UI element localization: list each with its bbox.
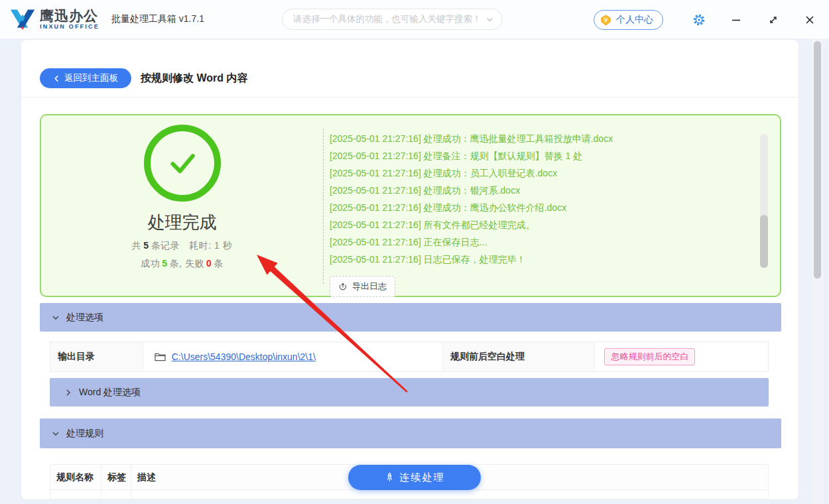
account-center-label: 个人中心	[616, 14, 653, 26]
options-row: 输出目录 C:\Users\54390\Desktop\inxun\2\1\ 规…	[50, 342, 769, 372]
chevron-down-icon	[52, 314, 60, 322]
back-to-dashboard-button[interactable]: 返回到主面板	[40, 68, 131, 88]
divider	[21, 97, 798, 97]
fail-count: 0	[204, 258, 214, 269]
whitespace-badge[interactable]: 忽略规则前后的空白	[604, 348, 695, 365]
vip-badge-icon: V	[600, 14, 612, 27]
log-line: [2025-05-01 21:27:16] 所有文件都已经处理完成。	[330, 216, 733, 233]
whitespace-option-label: 规则前后空白处理	[443, 342, 596, 371]
output-dir-value: C:\Users\54390\Desktop\inxun\2\1\	[143, 342, 443, 371]
export-log-label: 导出日志	[352, 281, 387, 292]
col-tag: 标签	[101, 465, 131, 489]
result-summary: 处理完成 共5条记录耗时: 1 秒 成功5条, 失败0条	[41, 115, 323, 296]
rules-table-row	[50, 490, 768, 499]
continue-process-label: 连续处理	[400, 472, 445, 484]
brand-name-en: INXUN OFFICE	[40, 24, 99, 30]
app-title-version: 批量处理工具箱 v1.7.1	[111, 13, 204, 25]
col-rule-name: 规则名称	[50, 465, 101, 489]
whitespace-option-value: 忽略规则前后的空白	[595, 342, 768, 371]
log-line: [2025-05-01 21:27:16] 处理成功：鹰迅办公软件介绍.docx	[330, 199, 733, 216]
success-check-icon	[144, 125, 221, 202]
elapsed-seconds: 1	[214, 240, 220, 251]
result-panel: 处理完成 共5条记录耗时: 1 秒 成功5条, 失败0条 [2025-05-01…	[40, 114, 781, 297]
export-log-button[interactable]: 导出日志	[330, 276, 395, 297]
success-count: 5	[160, 258, 169, 269]
resize-window-icon[interactable]	[766, 13, 781, 27]
log-line: [2025-05-01 21:27:16] 日志已保存，处理完毕！	[330, 251, 733, 268]
brand-name-cn: 鹰迅办公	[40, 9, 99, 23]
log-line: [2025-05-01 21:27:16] 处理成功：银河系.docx	[330, 182, 733, 199]
rocket-icon	[385, 472, 395, 483]
close-icon[interactable]	[802, 13, 817, 27]
window-scrollbar-thumb[interactable]	[814, 41, 821, 279]
stat-line-totals: 共5条记录耗时: 1 秒	[132, 240, 232, 252]
export-upload-icon	[338, 282, 348, 291]
titlebar: 鹰迅办公 INXUN OFFICE 批量处理工具箱 v1.7.1 请选择一个具体…	[0, 0, 829, 38]
status-title: 处理完成	[148, 211, 217, 234]
app-logo: 鹰迅办公 INXUN OFFICE	[9, 7, 99, 32]
page-title: 按规则修改 Word 内容	[141, 72, 247, 86]
word-options-label: Word 处理选项	[79, 387, 141, 399]
main-panel: 返回到主面板 按规则修改 Word 内容 处理完成 共5条记录耗时: 1 秒 成…	[21, 40, 798, 499]
logo-x-icon	[9, 7, 36, 32]
section-options-label: 处理选项	[66, 312, 103, 324]
continue-process-button[interactable]: 连续处理	[348, 465, 481, 490]
account-center-button[interactable]: V 个人中心	[594, 10, 663, 30]
output-dir-link[interactable]: C:\Users\54390\Desktop\inxun\2\1\	[172, 351, 316, 362]
section-header-options[interactable]: 处理选项	[40, 303, 781, 332]
log-scrollbar-track[interactable]	[760, 134, 768, 268]
output-dir-label: 输出目录	[50, 342, 143, 371]
back-button-label: 返回到主面板	[64, 72, 118, 84]
function-search-select[interactable]: 请选择一个具体的功能，也可输入关键字搜索！	[282, 9, 503, 30]
stat-line-results: 成功5条, 失败0条	[141, 258, 223, 270]
log-line: [2025-05-01 21:27:16] 处理成功：鹰迅批量处理工具箱投放申请…	[330, 130, 733, 147]
log-scrollbar-thumb[interactable]	[760, 215, 768, 268]
svg-text:V: V	[604, 17, 608, 23]
folder-icon	[155, 352, 166, 361]
chevron-right-icon	[64, 389, 72, 397]
chevron-down-icon	[485, 15, 494, 24]
log-line: [2025-05-01 21:27:16] 处理备注：规则【默认规则】替换 1 …	[330, 147, 733, 164]
total-count: 5	[141, 240, 151, 251]
search-placeholder: 请选择一个具体的功能，也可输入关键字搜索！	[293, 13, 485, 25]
log-line: [2025-05-01 21:27:16] 正在保存日志...	[330, 233, 733, 251]
section-header-word-options[interactable]: Word 处理选项	[50, 378, 769, 407]
log-area: [2025-05-01 21:27:16] 处理成功：鹰迅批量处理工具箱投放申请…	[323, 129, 780, 284]
section-header-rules[interactable]: 处理规则	[40, 418, 781, 448]
minimize-icon[interactable]	[729, 13, 743, 27]
settings-gear-icon[interactable]	[692, 13, 706, 27]
chevron-down-icon	[52, 430, 60, 438]
log-line: [2025-05-01 21:27:16] 处理成功：员工入职登记表.docx	[330, 164, 733, 182]
section-rules-label: 处理规则	[66, 428, 103, 440]
